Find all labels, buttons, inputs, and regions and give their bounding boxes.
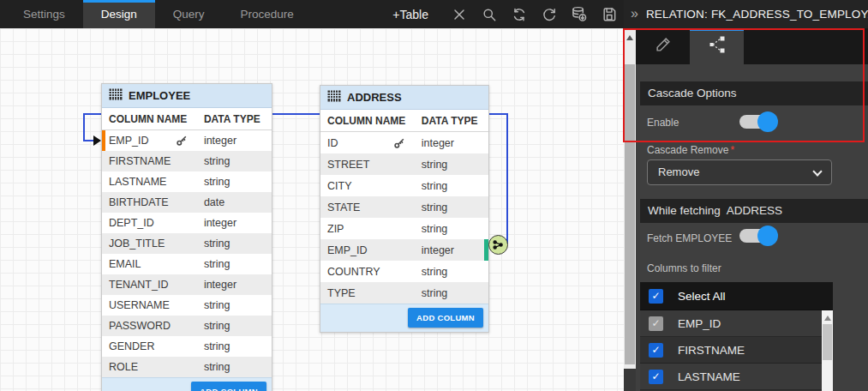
- data-type-cell: integer: [204, 279, 236, 291]
- toolbar-tab[interactable]: Query: [155, 0, 223, 28]
- column-name-header: COLUMN NAME: [320, 110, 415, 131]
- scrollbar-track-end: [624, 369, 636, 391]
- table-row[interactable]: STATE string: [320, 196, 488, 218]
- columns-to-filter-label: Columns to filter: [647, 262, 721, 274]
- table-column-headers: COLUMN NAME DATA TYPE: [102, 108, 272, 130]
- column-name-cell: TYPE: [327, 287, 356, 299]
- column-name-cell: STREET: [327, 159, 369, 171]
- table-row[interactable]: EMAIL string: [102, 254, 272, 274]
- refresh-icon[interactable]: [504, 0, 534, 28]
- data-type-cell: integer: [422, 244, 454, 256]
- add-table-button[interactable]: +Table: [392, 8, 428, 21]
- column-filter-label: FIRSTNAME: [678, 344, 745, 357]
- table-row[interactable]: PASSWORD string: [102, 316, 272, 336]
- column-name-cell: EMP_ID: [109, 135, 149, 147]
- tab-relation-settings[interactable]: [690, 28, 744, 64]
- table-row[interactable]: DEPT_ID integer: [102, 213, 272, 233]
- panel-scrollbar[interactable]: [624, 28, 636, 391]
- add-column-button[interactable]: ADD COLUMN: [408, 308, 483, 328]
- table-row[interactable]: ROLE string: [102, 357, 272, 377]
- collapse-panel-icon[interactable]: »: [624, 6, 646, 23]
- table-row[interactable]: USERNAME string: [102, 295, 272, 316]
- redo-icon[interactable]: [534, 0, 564, 28]
- table-address[interactable]: ADDRESS COLUMN NAME DATA TYPE ID: [320, 85, 489, 333]
- search-icon[interactable]: [474, 0, 504, 28]
- column-name-cell: LASTNAME: [109, 176, 166, 188]
- table-row[interactable]: BIRTHDATE date: [102, 192, 272, 213]
- column-checkbox[interactable]: ✓: [649, 370, 663, 384]
- cascade-remove-value: Remove: [658, 165, 699, 178]
- list-scrollbar[interactable]: [822, 310, 833, 391]
- select-all-row[interactable]: ✓ Select All: [640, 282, 833, 310]
- chevron-down-icon: [812, 166, 822, 176]
- data-type-cell: string: [204, 320, 230, 332]
- column-name-cell: STATE: [327, 202, 360, 214]
- column-filter-row[interactable]: ✓ FIRSTNAME: [640, 337, 833, 364]
- cascade-options-header: Cascade Options: [640, 81, 868, 105]
- column-name-cell: GENDER: [109, 340, 154, 352]
- data-type-cell: string: [204, 299, 230, 311]
- select-all-checkbox[interactable]: ✓: [649, 289, 663, 304]
- data-type-cell: string: [204, 155, 230, 167]
- database-export-icon[interactable]: [564, 0, 594, 28]
- toolbar-tab[interactable]: Procedure: [223, 0, 312, 28]
- column-name-cell: ROLE: [109, 361, 138, 373]
- table-row[interactable]: GENDER string: [102, 336, 272, 357]
- save-icon[interactable]: [594, 0, 624, 28]
- relation-properties-panel: » RELATION: FK_ADDRESS_TO_EMPLOY... Casc…: [624, 0, 868, 391]
- table-row[interactable]: CITY string: [320, 175, 488, 196]
- column-filter-label: LASTNAME: [678, 370, 740, 383]
- cascade-remove-select[interactable]: Remove: [647, 159, 832, 185]
- table-row[interactable]: EMP_ID integer: [102, 130, 272, 151]
- table-employee[interactable]: EMPLOYEE COLUMN NAME DATA TYPE EMP_ID: [101, 83, 272, 391]
- column-name-header: COLUMN NAME: [102, 108, 197, 129]
- data-type-cell: string: [422, 287, 448, 299]
- table-row[interactable]: EMP_ID integer: [320, 239, 488, 261]
- table-row[interactable]: LASTNAME string: [102, 171, 272, 192]
- column-name-cell: EMAIL: [109, 258, 141, 270]
- column-filter-row[interactable]: ✓ EMP_ID: [640, 310, 833, 337]
- design-canvas[interactable]: EMPLOYEE COLUMN NAME DATA TYPE EMP_ID: [0, 28, 624, 391]
- pencil-icon: [654, 35, 673, 57]
- scroll-up-icon[interactable]: [626, 35, 633, 40]
- column-checkbox[interactable]: ✓: [649, 343, 663, 358]
- table-column-headers: COLUMN NAME DATA TYPE: [320, 110, 488, 132]
- enable-label: Enable: [647, 117, 679, 129]
- toolbar-tabs: Settings Design Query Procedure: [0, 0, 312, 28]
- data-type-header: DATA TYPE: [197, 108, 272, 129]
- relation-icon: [707, 34, 727, 58]
- toolbar-tab-label: Query: [173, 8, 205, 21]
- toolbar-tab[interactable]: Settings: [5, 0, 83, 28]
- table-grid-icon: [327, 90, 341, 105]
- fetch-employee-toggle[interactable]: [739, 226, 777, 245]
- panel-tabbar: [636, 28, 868, 64]
- table-row[interactable]: ID integer: [320, 132, 488, 153]
- table-employee-header[interactable]: EMPLOYEE: [102, 84, 272, 108]
- toolbar-tab-label: Settings: [23, 8, 65, 21]
- relation-connector-icon[interactable]: [488, 235, 508, 255]
- toolbar-tab[interactable]: Design: [83, 0, 155, 28]
- scrollbar-thumb[interactable]: [823, 324, 832, 360]
- tab-edit-relation[interactable]: [636, 28, 690, 64]
- scroll-up-icon[interactable]: [824, 316, 831, 321]
- table-row[interactable]: TYPE string: [320, 282, 488, 304]
- column-name-cell: PASSWORD: [109, 320, 171, 332]
- table-address-header[interactable]: ADDRESS: [320, 86, 488, 110]
- column-name-cell: CITY: [327, 180, 351, 192]
- select-all-label: Select All: [678, 290, 726, 303]
- column-checkbox[interactable]: ✓: [649, 316, 663, 331]
- add-column-button[interactable]: ADD COLUMN: [191, 382, 266, 391]
- table-row[interactable]: COUNTRY string: [320, 261, 488, 282]
- table-row[interactable]: JOB_TITLE string: [102, 233, 272, 254]
- column-filter-row[interactable]: ✓ LASTNAME: [640, 364, 833, 390]
- cascade-enable-toggle[interactable]: [739, 112, 777, 131]
- close-icon[interactable]: [444, 0, 474, 28]
- scrollbar-thumb[interactable]: [625, 64, 635, 364]
- data-type-cell: string: [422, 266, 448, 278]
- table-row[interactable]: TENANT_ID integer: [102, 274, 272, 295]
- table-footer: ADD COLUMN: [320, 304, 488, 332]
- table-row[interactable]: FIRSTNAME string: [102, 151, 272, 171]
- table-row[interactable]: STREET string: [320, 153, 488, 175]
- data-type-cell: integer: [204, 135, 236, 147]
- table-row[interactable]: ZIP string: [320, 218, 488, 239]
